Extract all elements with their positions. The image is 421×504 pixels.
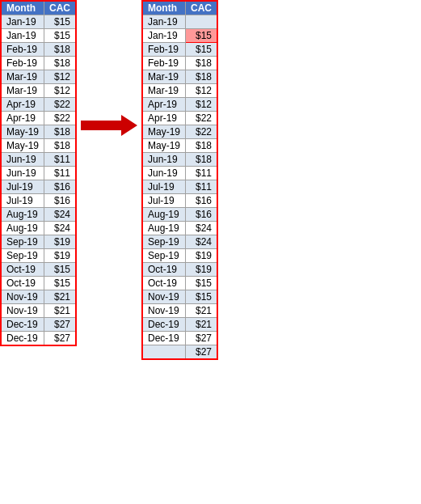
table-row: Aug-19$24 — [142, 222, 217, 235]
table-row: Oct-19$15 — [1, 277, 76, 290]
table-row: Mar-19$12 — [1, 70, 76, 84]
cac-cell: $18 — [186, 70, 218, 84]
table-row: Jun-19$18 — [142, 153, 217, 167]
month-cell: Oct-19 — [142, 277, 186, 290]
table-row: Jan-19 — [142, 15, 217, 29]
month-cell: Feb-19 — [1, 57, 44, 70]
cac-cell: $18 — [44, 139, 77, 153]
month-cell: Apr-19 — [142, 112, 186, 125]
cac-cell: $12 — [186, 98, 218, 112]
month-cell: Jan-19 — [142, 29, 186, 43]
cac-cell: $18 — [44, 43, 77, 57]
table-row: Dec-19$27 — [1, 332, 76, 346]
table-row: May-19$18 — [1, 125, 76, 139]
table-row: Jul-19$16 — [142, 194, 217, 208]
right-table: Month CAC Jan-19Jan-19$15Feb-19$15Feb-19… — [141, 0, 218, 360]
month-cell: May-19 — [142, 125, 186, 139]
cac-cell: $19 — [186, 263, 218, 277]
cac-cell: $24 — [44, 222, 77, 235]
month-cell: Mar-19 — [142, 70, 186, 84]
month-cell: Jun-19 — [142, 153, 186, 167]
table-row: Feb-19$18 — [142, 57, 217, 70]
table-row: Feb-19$15 — [142, 43, 217, 57]
table-row: $27 — [142, 345, 217, 360]
table-row: Apr-19$22 — [1, 98, 76, 112]
cac-cell: $15 — [186, 43, 218, 57]
cac-cell: $18 — [186, 57, 218, 70]
page-wrapper: Month CAC Jan-19$15Jan-19$15Feb-19$18Feb… — [0, 0, 421, 360]
month-cell: Aug-19 — [1, 208, 44, 222]
cac-cell: $12 — [186, 84, 218, 98]
right-arrow-icon — [81, 113, 137, 138]
table-row: Jan-19$15 — [1, 29, 76, 43]
month-cell: Feb-19 — [142, 43, 186, 57]
month-cell: May-19 — [1, 139, 44, 153]
cac-cell: $16 — [186, 208, 218, 222]
table-row: Jul-19$16 — [1, 194, 76, 208]
month-cell: Nov-19 — [1, 304, 44, 318]
cac-cell — [186, 15, 218, 29]
svg-marker-0 — [81, 115, 137, 136]
left-table: Month CAC Jan-19$15Jan-19$15Feb-19$18Feb… — [0, 0, 77, 346]
left-header-month: Month — [1, 1, 44, 15]
left-table-container: Month CAC Jan-19$15Jan-19$15Feb-19$18Feb… — [0, 0, 77, 346]
cac-cell: $24 — [44, 208, 77, 222]
table-row: Dec-19$27 — [1, 318, 76, 332]
month-cell: Dec-19 — [142, 332, 186, 345]
table-row: Apr-19$22 — [1, 112, 76, 125]
cac-cell: $22 — [44, 112, 77, 125]
cac-cell: $22 — [44, 98, 77, 112]
table-row: Jun-19$11 — [1, 153, 76, 167]
cac-cell: $24 — [186, 235, 218, 249]
cac-cell: $21 — [186, 304, 218, 318]
table-row: Aug-19$16 — [142, 208, 217, 222]
month-cell: Nov-19 — [142, 290, 186, 304]
table-row: May-19$22 — [142, 125, 217, 139]
cac-cell: $27 — [186, 345, 218, 360]
cac-cell: $18 — [44, 125, 77, 139]
month-cell: Nov-19 — [142, 304, 186, 318]
table-row: Apr-19$22 — [142, 112, 217, 125]
table-row: Sep-19$19 — [142, 249, 217, 263]
month-cell: Jun-19 — [1, 167, 44, 180]
cac-cell: $18 — [44, 57, 77, 70]
cac-cell: $21 — [44, 304, 77, 318]
month-cell: Jan-19 — [142, 15, 186, 29]
right-table-container: Month CAC Jan-19Jan-19$15Feb-19$15Feb-19… — [141, 0, 218, 360]
cac-cell: $11 — [44, 167, 77, 180]
cac-cell: $21 — [186, 318, 218, 332]
left-header-cac: CAC — [44, 1, 77, 15]
table-row: Mar-19$18 — [142, 70, 217, 84]
cac-cell: $22 — [186, 125, 218, 139]
month-cell: Apr-19 — [1, 98, 44, 112]
month-cell — [142, 345, 186, 360]
table-row: Jan-19$15 — [1, 15, 76, 29]
month-cell: Mar-19 — [142, 84, 186, 98]
table-row: Jun-19$11 — [1, 167, 76, 180]
month-cell: Jul-19 — [142, 194, 186, 208]
cac-cell: $19 — [186, 249, 218, 263]
table-row: Jul-19$16 — [1, 180, 76, 194]
cac-cell: $12 — [44, 70, 77, 84]
table-row: Sep-19$19 — [1, 249, 76, 263]
month-cell: Nov-19 — [1, 290, 44, 304]
table-row: Nov-19$21 — [1, 304, 76, 318]
cac-cell: $22 — [186, 112, 218, 125]
table-row: Dec-19$27 — [142, 332, 217, 345]
table-row: Aug-19$24 — [1, 208, 76, 222]
month-cell: Dec-19 — [1, 318, 44, 332]
month-cell: Aug-19 — [142, 208, 186, 222]
table-row: Apr-19$12 — [142, 98, 217, 112]
month-cell: Mar-19 — [1, 84, 44, 98]
table-row: Oct-19$15 — [1, 263, 76, 277]
month-cell: Feb-19 — [142, 57, 186, 70]
month-cell: Sep-19 — [1, 235, 44, 249]
cac-cell: $24 — [186, 222, 218, 235]
month-cell: Mar-19 — [1, 70, 44, 84]
table-row: May-19$18 — [1, 139, 76, 153]
month-cell: Dec-19 — [142, 318, 186, 332]
cac-cell: $16 — [44, 194, 77, 208]
table-row: Nov-19$21 — [142, 304, 217, 318]
table-row: Jun-19$11 — [142, 167, 217, 180]
cac-cell: $15 — [44, 277, 77, 290]
